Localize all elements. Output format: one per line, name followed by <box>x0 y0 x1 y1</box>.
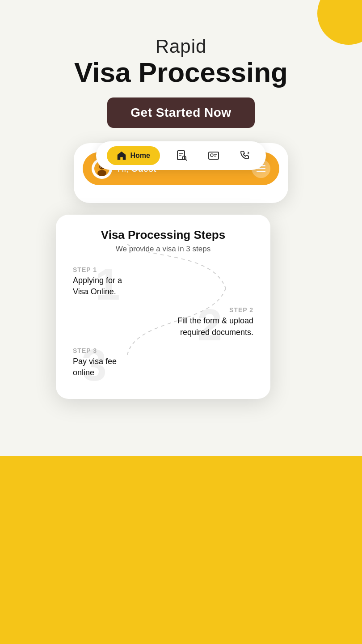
step-3-label: STEP 3 <box>73 347 258 354</box>
step-3-text-area: STEP 3 Pay visa feeonline <box>73 347 258 378</box>
svg-point-10 <box>210 154 213 157</box>
svg-point-2 <box>97 170 106 176</box>
home-icon <box>117 151 126 161</box>
nav-item-search[interactable] <box>172 146 192 165</box>
step-2-row: STEP 2 Fill the form & uploadrequired do… <box>68 306 258 338</box>
svg-line-8 <box>185 159 187 161</box>
search-document-icon <box>176 150 188 161</box>
call-icon <box>240 150 251 161</box>
id-card-icon <box>208 150 219 161</box>
bottom-navigation: Home <box>96 141 266 170</box>
step-3-row: STEP 3 Pay visa feeonline 3 <box>68 347 258 378</box>
yellow-background <box>0 456 362 644</box>
hero-rapid-text: Rapid <box>0 36 362 57</box>
steps-card-subtitle: We provide a visa in 3 steps <box>68 245 258 254</box>
step-1-content: Applying for aVisa Online. <box>73 275 258 297</box>
nav-item-profile[interactable] <box>204 146 223 165</box>
step-2-text-area: STEP 2 Fill the form & uploadrequired do… <box>68 306 253 338</box>
steps-card-title: Visa Processing Steps <box>68 228 258 242</box>
hero-title-text: Visa Processing <box>0 57 362 88</box>
step-1-row: STEP 1 Applying for aVisa Online. 1 <box>68 266 258 297</box>
nav-home-label: Home <box>130 152 150 160</box>
step-2-label: STEP 2 <box>68 306 253 314</box>
svg-rect-9 <box>209 152 219 159</box>
visa-steps-card: Visa Processing Steps We provide a visa … <box>56 215 270 399</box>
hero-section: Rapid Visa Processing Get Started Now <box>0 0 362 128</box>
step-1-text-area: STEP 1 Applying for aVisa Online. <box>73 266 258 297</box>
step-1-label: STEP 1 <box>73 266 258 273</box>
step-3-content: Pay visa feeonline <box>73 356 258 378</box>
nav-item-call[interactable] <box>236 146 255 165</box>
step-2-content: Fill the form & uploadrequired documents… <box>68 315 253 338</box>
nav-item-home[interactable]: Home <box>107 146 160 165</box>
menu-line-3 <box>257 171 265 172</box>
get-started-button[interactable]: Get Started Now <box>107 97 254 128</box>
